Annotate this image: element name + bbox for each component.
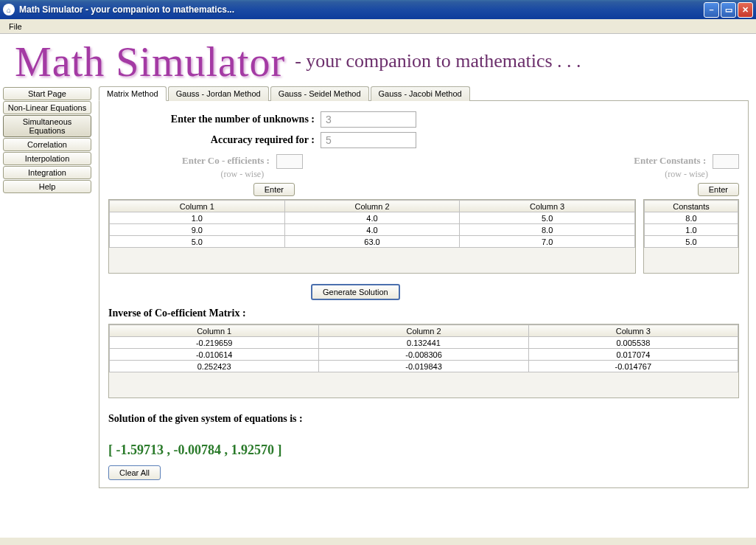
app-banner: Math Simulator - your companion to mathe…: [0, 34, 756, 86]
inverse-header: Column 2: [319, 325, 528, 337]
sidebar-item-interpolation[interactable]: Interpolation: [3, 152, 91, 165]
tab-gauss-seidel[interactable]: Gauss - Seidel Method: [270, 86, 369, 101]
banner-subtitle: - your companion to mathematics . . .: [295, 50, 581, 72]
solution-value: [ -1.59713 , -0.00784 , 1.92570 ]: [108, 442, 739, 458]
sidebar-item-correlation[interactable]: Correlation: [3, 138, 91, 151]
table-row: 8.0: [645, 212, 738, 224]
constants-table: Constants 8.0 1.0 5.0: [643, 199, 739, 274]
coeff-input[interactable]: [276, 154, 303, 169]
tab-matrix-method[interactable]: Matrix Method: [99, 86, 167, 101]
table-row: 5.0: [645, 236, 738, 248]
const-header: Constants: [645, 201, 738, 212]
table-row: -0.219659 0.132441 0.005538: [110, 337, 738, 349]
inverse-header: Column 3: [528, 325, 738, 337]
clear-all-button[interactable]: Clear All: [108, 465, 161, 480]
menu-file[interactable]: File: [4, 21, 27, 32]
banner-title: Math Simulator: [15, 39, 285, 85]
sidebar-item-non-linear[interactable]: Non-Linear Equations: [3, 101, 91, 114]
const-enter-button[interactable]: Enter: [698, 183, 739, 196]
close-button[interactable]: ✕: [738, 2, 753, 18]
const-sub: (row - wise): [634, 169, 739, 180]
unknowns-input[interactable]: [321, 111, 416, 128]
table-row: 1.0: [645, 224, 738, 236]
inverse-title: Inverse of Co-efficient Matrix :: [108, 308, 739, 319]
table-row: 1.0 4.0 5.0: [110, 212, 635, 224]
inverse-table: Column 1 Column 2 Column 3 -0.219659 0.1…: [108, 324, 739, 398]
accuracy-input[interactable]: [321, 132, 416, 148]
coeff-title: Enter Co - efficients :: [182, 155, 270, 166]
window-title: Math Simulator - your companion to mathe…: [19, 4, 704, 15]
solution-label: Solution of the given system of equation…: [108, 413, 739, 425]
sidebar-item-simultaneous[interactable]: Simultaneous Equations: [3, 115, 91, 137]
sidebar-item-start-page[interactable]: Start Page: [3, 87, 91, 100]
table-row: 9.0 4.0 8.0: [110, 224, 635, 236]
sidebar: Start Page Non-Linear Equations Simultan…: [0, 86, 94, 538]
coeff-header: Column 1: [110, 201, 285, 212]
sidebar-item-integration[interactable]: Integration: [3, 166, 91, 179]
coefficient-table: Column 1 Column 2 Column 3 1.0 4.0 5.0 9…: [108, 199, 636, 274]
generate-solution-button[interactable]: Generate Solution: [311, 284, 400, 300]
maximize-button[interactable]: ▭: [721, 2, 736, 18]
tab-gauss-jacobi[interactable]: Gauss - Jacobi Method: [371, 86, 470, 101]
inverse-header: Column 1: [110, 325, 319, 337]
coeff-header: Column 2: [284, 201, 460, 212]
const-title: Enter Constants :: [634, 155, 706, 166]
minimize-button[interactable]: –: [704, 2, 719, 18]
app-icon: ⌂: [3, 4, 15, 15]
sidebar-item-help[interactable]: Help: [3, 180, 91, 193]
tab-panel-matrix: Enter the number of unknowns : Accuracy …: [99, 101, 749, 488]
table-row: -0.010614 -0.008306 0.017074: [110, 349, 738, 361]
accuracy-label: Accuracy required for :: [108, 134, 315, 146]
tab-gauss-jordan[interactable]: Gauss - Jordan Method: [168, 86, 269, 101]
const-input[interactable]: [713, 154, 739, 169]
table-row: 0.252423 -0.019843 -0.014767: [110, 361, 738, 372]
method-tabs: Matrix Method Gauss - Jordan Method Gaus…: [99, 86, 749, 101]
coeff-sub: (row - wise): [182, 169, 303, 180]
table-row: 5.0 63.0 7.0: [110, 236, 635, 248]
coeff-enter-button[interactable]: Enter: [253, 183, 295, 196]
window-titlebar: ⌂ Math Simulator - your companion to mat…: [0, 0, 756, 19]
unknowns-label: Enter the number of unknowns :: [108, 114, 315, 125]
coeff-header: Column 3: [460, 201, 635, 212]
menubar: File: [0, 19, 756, 34]
